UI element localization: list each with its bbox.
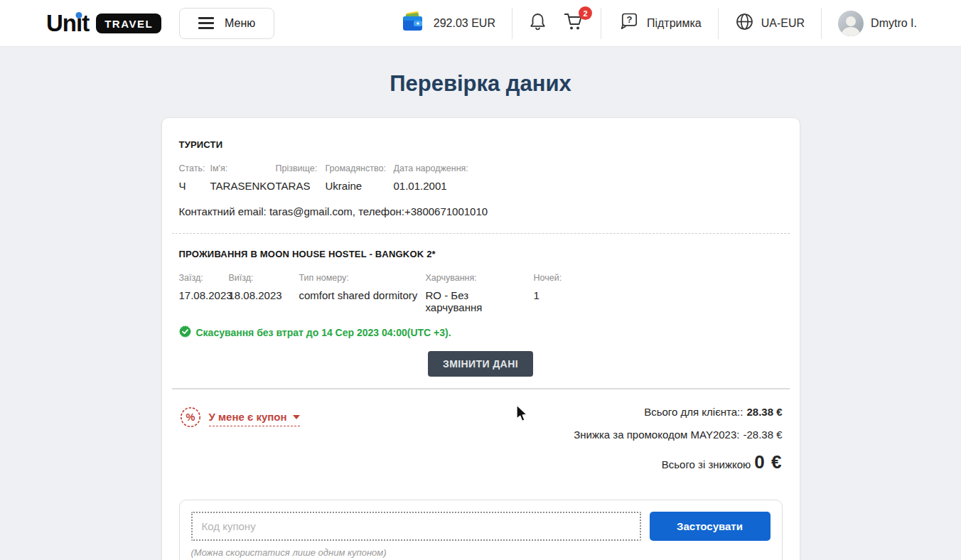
svg-text:%: % [186,411,195,423]
section-divider [172,388,790,389]
bell-icon [529,12,547,34]
field-value: Ukraine [326,180,387,192]
have-coupon-toggle[interactable]: % У мене є купон [179,406,300,431]
logo-text-un: Un [46,10,76,36]
totals-block: Всього для клієнта:: 28.38 € Знижка за п… [574,406,782,473]
cancellation-text: Скасування без втрат до 14 Сер 2023 04:0… [196,327,451,338]
promo-discount-value: -28.38 € [743,429,782,441]
top-header: Unıt TRAVEL Меню 292.03 EUR [0,0,961,47]
field-citizenship: Громадянство: Ukraine [326,163,394,192]
field-label: Харчування: [426,273,527,283]
accommodation-fields-row: Заїзд: 17.08.2023 Виїзд: 18.08.2023 Тип … [179,273,783,313]
locale-currency-switcher[interactable]: UA-EUR [735,12,805,34]
tourists-fields-row: Стать: Ч Ім'я: TARASENKO Прізвище: TARAS… [179,163,783,192]
dashed-divider [172,233,790,234]
field-value: 18.08.2023 [229,289,292,301]
logo-text-t: t [82,10,89,36]
header-divider [601,8,601,39]
field-nights: Ночей: 1 [534,273,569,313]
discounted-total-line: Всього зі знижкою 0 € [662,451,783,473]
free-cancellation-note: Скасування без втрат до 14 Сер 2023 04:0… [179,325,783,340]
wallet-balance-text: 292.03 EUR [434,17,495,30]
client-total-label: Всього для клієнта:: [644,406,743,418]
field-label: Заїзд: [179,273,222,283]
coupon-input-row: Застосувати [191,512,771,541]
cart-count-badge: 2 [579,6,592,20]
support-chat-icon: ? [618,11,640,35]
field-gender: Стать: Ч [179,163,210,192]
field-checkin: Заїзд: 17.08.2023 [179,273,229,313]
client-total-line: Всього для клієнта:: 28.38 € [644,406,782,418]
field-first-name: Ім'я: TARASENKO [210,163,276,192]
field-label: Ночей: [534,273,562,283]
user-name: Dmytro I. [871,17,917,30]
header-divider [512,8,512,39]
coupon-hint-text: (Можна скористатися лише одним купоном) [191,547,771,558]
field-value: 1 [534,289,562,301]
client-total-value: 28.38 € [746,406,782,418]
chevron-down-icon [293,415,300,419]
field-room-type: Тип номеру: comfort shared dormitory [299,273,426,313]
coupon-code-input[interactable] [191,512,641,541]
field-value: 17.08.2023 [179,289,222,301]
header-divider [718,8,719,39]
logo-wordmark: Unıt [46,11,89,35]
logo-travel-badge: TRAVEL [96,14,161,33]
contact-info-line: Контактний email: taras@gmail.com, телеф… [179,205,783,217]
notifications-button[interactable] [529,12,547,34]
hamburger-icon [198,17,214,29]
tourists-section-title: ТУРИСТИ [179,139,783,150]
field-label: Дата народження: [394,163,468,173]
unit-travel-logo[interactable]: Unıt TRAVEL [46,11,161,35]
field-label: Виїзд: [229,273,292,283]
field-label: Стать: [179,163,203,173]
discounted-total-label: Всього зі знижкою [662,458,751,470]
field-value: TARASENKO [210,180,269,192]
coupon-and-totals-row: % У мене є купон Всього для клієнта:: 28… [179,406,783,473]
menu-button[interactable]: Меню [179,8,274,39]
field-label: Прізвище: [276,163,318,173]
field-birthdate: Дата народження: 01.01.2001 [394,163,476,192]
shield-check-icon [179,325,191,340]
support-label: Підтримка [647,17,702,30]
support-button[interactable]: ? Підтримка [618,11,702,35]
header-right-cluster: 292.03 EUR 2 [401,8,917,39]
field-label: Тип номеру: [299,273,419,283]
booking-review-card: ТУРИСТИ Стать: Ч Ім'я: TARASENKO Прізвищ… [161,117,800,560]
field-last-name: Прізвище: TARAS [276,163,326,192]
accommodation-section-title: ПРОЖИВАННЯ В MOON HOUSE HOSTEL - BANGKOK… [179,249,783,259]
field-label: Ім'я: [210,163,269,173]
field-label: Громадянство: [326,163,387,173]
user-menu[interactable]: Dmytro I. [838,11,917,36]
wallet-icon [401,11,426,36]
field-value: RO - Без харчування [426,289,527,313]
field-value: Ч [179,180,203,192]
field-meal-plan: Харчування: RO - Без харчування [426,273,534,313]
field-value: 01.01.2001 [394,180,468,192]
page-title: Перевірка даних [0,71,961,97]
promo-discount-line: Знижка за промокодом MAY2023: -28.38 € [574,429,782,441]
menu-button-label: Меню [225,17,255,30]
cart-button[interactable]: 2 [563,11,584,35]
logo-blue-dot-icon [76,12,82,18]
discounted-total-value: 0 € [754,451,782,473]
header-divider [821,8,822,39]
coupon-toggle-label: У мене є купон [209,411,287,423]
field-value: TARAS [276,180,318,192]
field-value: comfort shared dormitory [299,289,419,301]
svg-text:?: ? [626,14,632,25]
promo-discount-label: Знижка за промокодом MAY2023: [574,429,739,441]
coupon-input-panel: Застосувати (Можна скористатися лише одн… [179,500,783,560]
edit-data-button[interactable]: ЗМІНИТИ ДАНІ [428,351,533,377]
avatar [838,11,864,36]
globe-icon [735,12,754,34]
wallet-balance[interactable]: 292.03 EUR [401,11,495,36]
apply-coupon-button[interactable]: Застосувати [650,512,771,541]
percent-seal-icon: % [179,406,202,431]
field-checkout: Виїзд: 18.08.2023 [229,273,299,313]
locale-currency-label: UA-EUR [761,17,805,30]
